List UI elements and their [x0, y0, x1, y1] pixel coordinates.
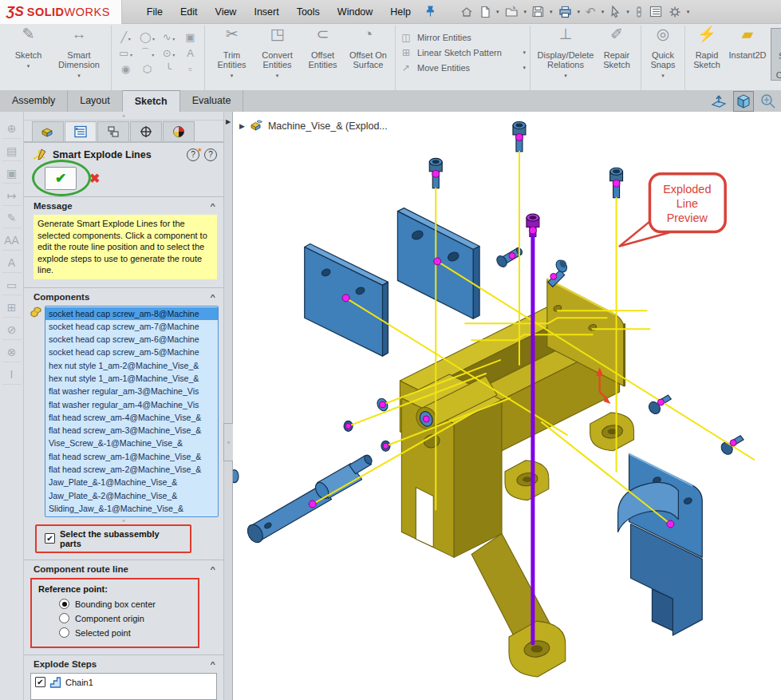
dropdown-arrow-icon[interactable]: ▾ [495, 9, 500, 15]
offset-on-surface-button[interactable]: ◔ Offset On Surface [345, 28, 391, 69]
feature-list-icon[interactable] [648, 4, 664, 19]
components-listbox[interactable]: socket head cap screw_am-8@Machinesocket… [45, 306, 219, 517]
component-list-item[interactable]: socket head cap screw_am-6@Machine [45, 333, 218, 346]
sketch-entity-icon[interactable]: ▭ ▾ [116, 46, 136, 60]
instant2d-button[interactable]: ▰ Instant2D [724, 28, 771, 60]
move-entities-button[interactable]: ↗Move Entities▾ [400, 62, 526, 73]
sketch-entity-icon[interactable]: ⬡ [137, 62, 157, 76]
tab-layout[interactable]: Layout [68, 90, 123, 112]
graphics-viewport[interactable]: ▶ Machine_Vise_& (Explod... [233, 112, 781, 700]
motion-arrow-icon[interactable]: ↦ [2, 185, 22, 206]
component-list-item[interactable]: flat washer regular_am-4@Machine_Vis [45, 398, 218, 411]
tab-assembly[interactable]: Assembly [0, 90, 68, 112]
menu-view[interactable]: View [207, 1, 246, 23]
sketch-entity-icon[interactable]: A [180, 46, 200, 60]
sketch-entity-icon[interactable]: ▣ [180, 30, 200, 44]
target-icon[interactable]: ⊘ [2, 319, 22, 340]
dropdown-arrow-icon[interactable]: ▾ [686, 9, 691, 15]
whats-new-help-icon[interactable]: ?✶ [187, 148, 199, 161]
save-icon[interactable] [531, 4, 546, 19]
smart-dimension-button[interactable]: ↔ Smart Dimension▾ [51, 28, 107, 81]
collapse-chevron-icon[interactable]: ^ [211, 293, 215, 301]
tab-sketch[interactable]: Sketch [123, 90, 180, 112]
view-orientation-cube-icon[interactable] [733, 91, 754, 112]
framed-a-icon[interactable]: A [2, 252, 22, 273]
collapse-chevron-icon[interactable]: ^ [211, 565, 215, 573]
target-x-icon[interactable]: ⊗ [2, 342, 22, 362]
snapshot-icon[interactable]: ▣ [2, 163, 22, 184]
tab-dim-xpert[interactable] [130, 121, 162, 141]
dropdown-arrow-icon[interactable]: ▾ [564, 71, 567, 81]
menu-edit[interactable]: Edit [172, 1, 207, 23]
tab-evaluate[interactable]: Evaluate [180, 90, 244, 112]
ok-button[interactable]: ✔ [45, 167, 77, 190]
view-normal-to-icon[interactable] [708, 91, 729, 112]
dropdown-arrow-icon[interactable]: ▾ [77, 71, 81, 81]
component-list-item[interactable]: Jaw_Plate_&-1@Machine_Vise_& [45, 476, 218, 488]
radio-component-origin[interactable] [59, 613, 69, 623]
sketch-entity-icon[interactable]: ⌒ ▾ [137, 46, 157, 60]
sliding-jaw[interactable] [618, 454, 703, 635]
tab-configuration-manager[interactable] [97, 121, 129, 141]
quick-snaps-button[interactable]: ◎ Quick Snaps▾ [645, 28, 680, 81]
offset-entities-button[interactable]: ⊂ Offset Entities [300, 28, 345, 69]
component-list-item[interactable]: flat head screw_am-2@Machine_Vise_& [45, 463, 218, 476]
sketch-entity-icon[interactable]: ◯ ▾ [137, 30, 157, 44]
repair-sketch-button[interactable]: ✐ Repair Sketch [597, 28, 637, 69]
dropdown-arrow-icon[interactable]: ▾ [27, 61, 30, 71]
dropdown-arrow-icon[interactable]: ▾ [549, 9, 554, 15]
column-icon[interactable]: I [2, 364, 22, 385]
collapse-chevron-icon[interactable]: ^ [211, 202, 215, 210]
open-document-icon[interactable] [503, 4, 520, 19]
component-list-item[interactable]: Vise_Screw_&-1@Machine_Vise_& [45, 437, 218, 449]
component-list-item[interactable]: hex nut style 1_am-2@Machine_Vise_& [45, 359, 218, 372]
dropdown-arrow-icon[interactable]: ▾ [625, 9, 630, 15]
display-delete-relations-button[interactable]: ⊥ Display/Delete Relations▾ [534, 28, 597, 81]
rapid-sketch-button[interactable]: ⚡ Rapid Sketch [689, 28, 724, 69]
new-document-icon[interactable] [478, 4, 492, 20]
component-list-item[interactable]: socket head cap screw_am-7@Machine [45, 320, 218, 333]
dropdown-arrow-icon[interactable]: ▾ [601, 9, 605, 15]
component-list-item[interactable]: hex nut style 1_am-1@Machine_Vise_& [45, 372, 218, 385]
dropdown-arrow-icon[interactable]: ▾ [577, 9, 582, 15]
help-icon[interactable]: ? [204, 148, 217, 161]
panel-splitter[interactable]: ▶ ∘ [223, 112, 233, 700]
sketch-entity-icon[interactable]: ⊙ ▾ [159, 46, 179, 60]
sketch-entity-icon[interactable]: ╱ ▾ [116, 30, 136, 44]
menu-window[interactable]: Window [329, 1, 381, 23]
undo-icon[interactable]: ↶ [584, 3, 598, 21]
options-gear-icon[interactable] [667, 4, 683, 20]
magnifier-icon[interactable] [758, 91, 779, 112]
shaded-sketch-contours-button[interactable]: ◭ Shaded Sketch Contours [771, 28, 781, 81]
component-list-item[interactable]: Jaw_Plate_&-2@Machine_Vise_& [45, 489, 218, 502]
slide-icon[interactable]: ▭ [2, 275, 22, 295]
sketch-entity-icon[interactable]: ╰ [159, 62, 179, 76]
add-view-icon[interactable]: ⊞ [2, 297, 22, 318]
vise-screw[interactable] [245, 454, 373, 546]
sketch-button[interactable]: ✎ Sketch▾ [6, 28, 51, 71]
menu-help[interactable]: Help [381, 1, 420, 23]
double-a-icon[interactable]: AA [2, 230, 22, 251]
dropdown-arrow-icon[interactable]: ▾ [661, 71, 665, 81]
panel-resize-handle[interactable]: ∘ [24, 112, 223, 121]
component-list-item[interactable]: socket head cap screw_am-5@Machine [45, 346, 218, 358]
linear-sketch-pattern-button[interactable]: ⊞Linear Sketch Pattern▾ [400, 47, 526, 58]
schedule-icon[interactable]: ▤ [2, 140, 22, 161]
dropdown-arrow-icon[interactable]: ▾ [523, 9, 528, 15]
cancel-button[interactable]: ✖ [89, 171, 100, 186]
explode-steps-section-header[interactable]: Explode Steps^ [24, 655, 223, 671]
route-line-section-header[interactable]: Component route line^ [24, 560, 223, 576]
exploded-view-icon[interactable]: ⊕ [2, 118, 22, 139]
breadcrumb[interactable]: ▶ Machine_Vise_& (Explod... [239, 120, 388, 132]
radio-bounding-box-center[interactable] [59, 599, 69, 609]
dropdown-arrow-icon[interactable]: ▾ [523, 65, 526, 71]
dropdown-arrow-icon[interactable]: ▾ [523, 49, 526, 56]
convert-entities-button[interactable]: ◳ Convert Entities▾ [254, 28, 300, 81]
sketch-entity-icon[interactable]: ▫ [180, 62, 200, 76]
menu-tools[interactable]: Tools [288, 1, 329, 23]
sketch-entity-icon[interactable]: ◉ [116, 62, 136, 76]
dropdown-arrow-icon[interactable]: ▾ [276, 71, 279, 81]
trim-entities-button[interactable]: ✂ Trim Entities▾ [209, 28, 254, 81]
tab-display-manager[interactable] [163, 121, 195, 141]
exploded-assembly-scene[interactable]: Exploded Line Preview [233, 112, 781, 698]
